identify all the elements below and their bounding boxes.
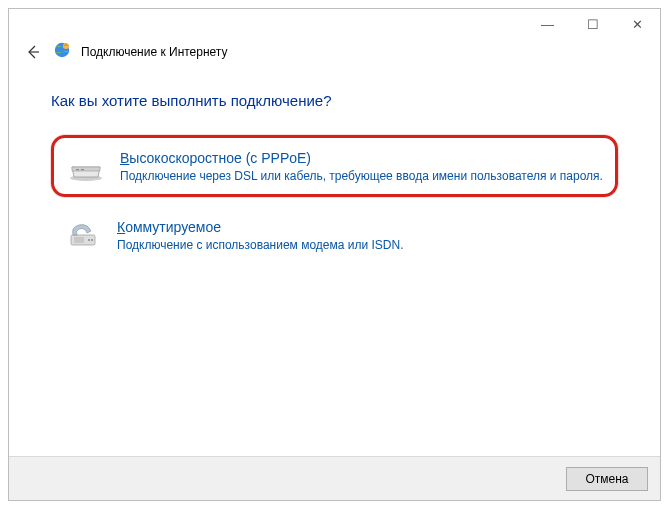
option-dialup[interactable]: Коммутируемое Подключение с использовани… <box>51 207 618 263</box>
svg-rect-4 <box>81 169 84 170</box>
titlebar: — ☐ ✕ <box>9 9 660 39</box>
close-icon: ✕ <box>632 17 643 32</box>
option-broadband-pppoe[interactable]: Высокоскоростное (с PPPoE) Подключение ч… <box>51 135 618 197</box>
globe-icon <box>53 41 71 62</box>
svg-rect-3 <box>76 169 79 170</box>
content-area: Как вы хотите выполнить подключение? Выс… <box>9 72 660 456</box>
minimize-icon: — <box>541 17 554 32</box>
close-button[interactable]: ✕ <box>615 10 660 38</box>
svg-point-1 <box>63 43 69 49</box>
option-title-rest: оммутируемое <box>125 219 221 235</box>
option-title-accesskey: В <box>120 150 129 166</box>
maximize-button[interactable]: ☐ <box>570 10 615 38</box>
svg-point-7 <box>88 239 90 241</box>
option-title: Коммутируемое <box>117 219 606 235</box>
maximize-icon: ☐ <box>587 17 599 32</box>
option-title: Высокоскоростное (с PPPoE) <box>120 150 603 166</box>
back-arrow-icon <box>25 44 41 60</box>
cancel-button[interactable]: Отмена <box>566 467 648 491</box>
svg-rect-6 <box>74 237 84 243</box>
back-button[interactable] <box>23 42 43 62</box>
option-title-accesskey: К <box>117 219 125 235</box>
question-heading: Как вы хотите выполнить подключение? <box>51 92 618 109</box>
option-description: Подключение через DSL или кабель, требую… <box>120 168 603 184</box>
option-body: Высокоскоростное (с PPPoE) Подключение ч… <box>120 148 603 184</box>
svg-point-8 <box>91 239 93 241</box>
dialog-title: Подключение к Интернету <box>81 45 228 59</box>
option-body: Коммутируемое Подключение с использовани… <box>117 217 606 253</box>
option-title-rest: ысокоскоростное (с PPPoE) <box>129 150 311 166</box>
footer: Отмена <box>9 456 660 500</box>
minimize-button[interactable]: — <box>525 10 570 38</box>
cancel-button-label: Отмена <box>585 472 628 486</box>
dialog-window: — ☐ ✕ Подключение к Интернету <box>8 8 661 501</box>
phone-modem-icon <box>63 217 103 253</box>
modem-icon <box>66 148 106 184</box>
option-description: Подключение с использованием модема или … <box>117 237 606 253</box>
header: Подключение к Интернету <box>9 39 660 72</box>
